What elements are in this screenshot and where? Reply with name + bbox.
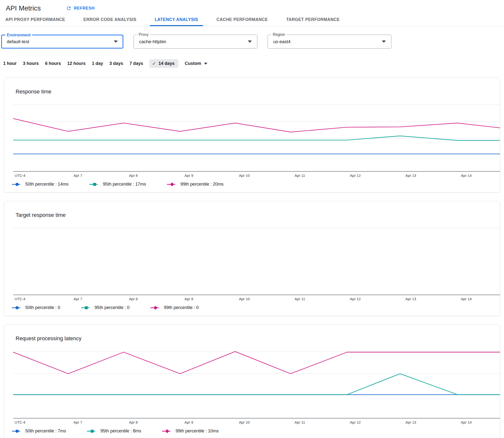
chart-legend: 50th percentile : 095th percentile : 099… [12,305,199,310]
axis-tick-label: Apr 9 [184,297,193,301]
legend-marker-circle-icon [12,182,22,186]
axis-tick-label: Apr 8 [129,173,138,177]
time-range-3-days[interactable]: 3 days [109,61,123,66]
axis-tick-label: Apr 8 [129,420,138,424]
legend-marker-square-icon [89,182,100,186]
proxy-select-label: Proxy [137,33,150,37]
legend-marker-square-icon [87,429,97,433]
chevron-down-icon [382,41,386,43]
chart-area [13,228,500,295]
legend-item-circle[interactable]: 50th percentile : 7ms [12,428,66,434]
time-range-7-days[interactable]: 7 days [129,61,143,66]
legend-marker-square-icon [81,306,91,310]
target-response-time-chart[interactable] [13,228,500,295]
axis-tick-label: Apr 13 [405,297,416,301]
legend-label: 95th percentile : 8ms [100,428,141,434]
page-title: API Metrics [6,4,41,12]
environment-select-label: Environment [5,33,32,37]
legend-item-circle[interactable]: 50th percentile : 14ms [12,182,68,187]
time-range-14-days-selected[interactable]: ✓ 14 days [150,59,178,68]
environment-select[interactable]: Environment default-test [1,35,123,49]
axis-tick-label: Apr 12 [350,173,361,177]
axis-tick-label: Apr 8 [129,297,138,301]
tab-api-proxy-performance[interactable]: API PROXY PERFORMANCE [0,14,70,26]
chart-title: Response time [16,88,51,95]
proxy-select-value: cache-httpbin [139,39,248,44]
time-range-custom[interactable]: Custom [185,61,207,66]
legend-marker-diamond-icon [167,182,177,186]
region-select-value: us-east4 [273,39,382,44]
chevron-down-icon [114,41,118,43]
axis-utc-label: UTC-4 [15,420,25,424]
tab-latency-analysis[interactable]: LATENCY ANALYSIS [150,14,203,26]
legend-label: 95th percentile : 17ms [103,182,146,187]
axis-utc-label: UTC-4 [15,173,25,177]
legend-item-diamond[interactable]: 99th percentile : 10ms [162,428,219,434]
response-time-card: Response time UTC-4Apr 7Apr 8Apr 9Apr 10… [4,77,500,193]
axis-tick-label: Apr 14 [461,173,472,177]
region-select-label: Region [271,33,287,37]
legend-label: 99th percentile : 10ms [175,428,219,434]
axis-tick-label: Apr 12 [350,420,361,424]
axis-tick-label: Apr 10 [239,173,250,177]
chart-area [13,104,500,172]
environment-select-value: default-test [7,39,114,44]
chart-area [13,351,500,419]
legend-label: 99th percentile : 20ms [180,182,224,187]
refresh-button[interactable]: REFRESH [66,6,95,11]
region-select[interactable]: Region us-east4 [268,35,391,49]
x-axis: UTC-4Apr 7Apr 8Apr 9Apr 10Apr 11Apr 12Ap… [13,173,500,179]
proxy-select[interactable]: Proxy cache-httpbin [134,35,257,49]
legend-label: 99th percentile : 0 [164,305,199,310]
time-range-3-hours[interactable]: 3 hours [23,61,39,66]
legend-item-diamond[interactable]: 99th percentile : 0 [150,305,199,310]
chart-legend: 50th percentile : 7ms95th percentile : 8… [12,428,219,434]
x-axis: UTC-4Apr 7Apr 8Apr 9Apr 10Apr 11Apr 12Ap… [13,420,500,426]
legend-item-circle[interactable]: 50th percentile : 0 [12,305,60,310]
axis-tick-label: Apr 10 [239,297,250,301]
legend-marker-circle-icon [12,429,22,433]
legend-label: 95th percentile : 0 [95,305,129,310]
refresh-icon [66,6,71,11]
axis-tick-label: Apr 9 [184,420,193,424]
tab-cache-performance[interactable]: CACHE PERFORMANCE [212,14,273,26]
axis-tick-label: Apr 11 [295,297,305,301]
legend-item-diamond[interactable]: 99th percentile : 20ms [167,182,224,187]
axis-utc-label: UTC-4 [15,297,25,301]
check-icon: ✓ [152,61,156,66]
axis-tick-label: Apr 13 [405,173,416,177]
legend-marker-diamond-icon [162,429,172,433]
x-axis: UTC-4Apr 7Apr 8Apr 9Apr 10Apr 11Apr 12Ap… [13,297,500,303]
legend-item-square[interactable]: 95th percentile : 17ms [89,182,146,187]
legend-item-square[interactable]: 95th percentile : 8ms [87,428,141,434]
response-time-chart[interactable] [13,104,500,172]
axis-tick-label: Apr 12 [350,297,361,301]
chart-legend: 50th percentile : 14ms95th percentile : … [12,182,224,187]
legend-item-square[interactable]: 95th percentile : 0 [81,305,129,310]
chart-title: Request processing latency [16,335,81,342]
axis-tick-label: Apr 11 [295,420,305,424]
tab-error-code-analysis[interactable]: ERROR CODE ANALYSIS [78,14,141,26]
time-range-1-hour[interactable]: 1 hour [3,61,17,66]
axis-tick-label: Apr 9 [184,173,193,177]
time-range-12-hours[interactable]: 12 hours [67,61,86,66]
request-processing-latency-chart[interactable] [13,351,500,419]
time-range-6-hours[interactable]: 6 hours [45,61,61,66]
chart-title: Target response time [16,212,65,218]
axis-tick-label: Apr 7 [74,173,82,177]
target-response-time-card: Target response time UTC-4Apr 7Apr 8Apr … [4,201,500,316]
axis-tick-label: Apr 14 [461,420,472,424]
axis-tick-label: Apr 13 [405,420,416,424]
legend-label: 50th percentile : 0 [25,305,60,310]
axis-tick-label: Apr 7 [74,297,82,301]
chevron-down-icon [248,41,252,43]
request-processing-latency-card: Request processing latency UTC-4Apr 7Apr… [4,324,500,438]
custom-label: Custom [185,61,201,66]
tab-target-performance[interactable]: TARGET PERFORMANCE [281,14,345,26]
chevron-down-icon [204,63,207,65]
legend-label: 50th percentile : 7ms [25,428,66,434]
axis-tick-label: Apr 10 [239,420,250,424]
time-range-1-day[interactable]: 1 day [92,61,103,66]
tab-bar: API PROXY PERFORMANCE ERROR CODE ANALYSI… [0,14,504,26]
legend-label: 50th percentile : 14ms [25,182,68,187]
